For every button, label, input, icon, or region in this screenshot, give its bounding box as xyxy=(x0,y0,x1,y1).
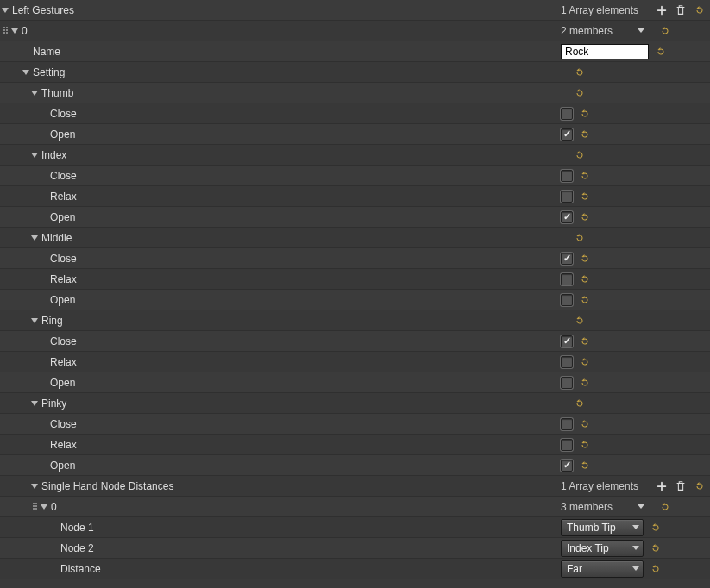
finger-state-checkbox[interactable] xyxy=(561,418,573,430)
revert-value-icon[interactable] xyxy=(578,169,592,183)
expand-caret-icon[interactable] xyxy=(31,91,38,96)
chevron-down-icon xyxy=(632,525,639,529)
finger-state-label: Open xyxy=(50,377,75,389)
node2-dropdown[interactable]: Index Tip xyxy=(561,540,644,557)
finger-state-label: Relax xyxy=(50,439,77,451)
add-element-icon[interactable] xyxy=(655,3,669,17)
drag-handle-icon[interactable] xyxy=(33,503,38,511)
finger-state-checkbox[interactable] xyxy=(561,335,573,347)
revert-value-icon[interactable] xyxy=(578,272,592,286)
finger-state-label: Open xyxy=(50,128,75,141)
drag-handle-icon[interactable] xyxy=(3,27,9,35)
revert-finger-icon[interactable] xyxy=(573,314,587,328)
members-summary: 2 members xyxy=(561,25,613,37)
revert-item0-icon[interactable] xyxy=(658,24,672,38)
array-index-label: 0 xyxy=(22,25,28,37)
finger-state-checkbox[interactable] xyxy=(561,294,573,306)
node1-dropdown[interactable]: Thumb Tip xyxy=(561,519,644,536)
revert-value-icon[interactable] xyxy=(578,459,592,472)
finger-state-checkbox[interactable] xyxy=(561,273,573,285)
revert-distance-dropdown-icon[interactable] xyxy=(649,562,663,576)
expand-caret-icon[interactable] xyxy=(2,8,9,13)
finger-state-label: Close xyxy=(50,418,77,430)
finger-state-label: Close xyxy=(50,108,77,120)
expand-caret-icon[interactable] xyxy=(31,401,38,406)
revert-setting-icon[interactable] xyxy=(573,66,587,79)
expand-caret-icon[interactable] xyxy=(22,70,29,75)
revert-finger-icon[interactable] xyxy=(573,86,587,100)
revert-root-icon[interactable] xyxy=(693,3,707,17)
expand-members-icon[interactable] xyxy=(638,504,644,509)
revert-value-icon[interactable] xyxy=(578,376,592,390)
finger-state-checkbox[interactable] xyxy=(561,460,573,472)
finger-state-checkbox[interactable] xyxy=(561,356,573,368)
revert-finger-icon[interactable] xyxy=(573,231,587,245)
expand-caret-icon[interactable] xyxy=(31,153,38,158)
expand-members-icon[interactable] xyxy=(638,28,644,33)
setting-label: Setting xyxy=(33,66,65,78)
revert-finger-icon[interactable] xyxy=(573,397,587,410)
node2-label: Node 2 xyxy=(60,542,94,554)
finger-state-label: Relax xyxy=(50,273,77,285)
chevron-down-icon xyxy=(632,566,639,571)
revert-node2-dropdown-icon[interactable] xyxy=(649,541,663,555)
finger-state-label: Open xyxy=(50,294,75,306)
array-summary: 1 Array elements xyxy=(561,4,638,16)
revert-distances-icon[interactable] xyxy=(693,479,707,493)
expand-caret-icon[interactable] xyxy=(11,28,18,34)
root-label: Left Gestures xyxy=(12,4,74,16)
finger-state-checkbox[interactable] xyxy=(561,439,573,451)
revert-value-icon[interactable] xyxy=(578,252,592,266)
node2-dropdown-value: Index Tip xyxy=(567,542,609,554)
add-element-icon[interactable] xyxy=(655,479,669,493)
array-summary: 1 Array elements xyxy=(561,480,638,492)
finger-label: Middle xyxy=(41,232,72,244)
finger-state-checkbox[interactable] xyxy=(561,253,573,265)
array-index-label: 0 xyxy=(51,501,57,513)
delete-all-icon[interactable] xyxy=(674,479,688,493)
finger-state-checkbox[interactable] xyxy=(561,377,573,389)
finger-state-checkbox[interactable] xyxy=(561,211,573,223)
revert-finger-icon[interactable] xyxy=(573,148,587,162)
revert-node1-dropdown-icon[interactable] xyxy=(649,521,663,535)
revert-value-icon[interactable] xyxy=(578,190,592,203)
name-label: Name xyxy=(33,46,60,58)
finger-state-label: Relax xyxy=(50,191,77,203)
name-input[interactable] xyxy=(561,44,649,59)
revert-value-icon[interactable] xyxy=(578,107,592,121)
revert-value-icon[interactable] xyxy=(578,417,592,431)
expand-caret-icon[interactable] xyxy=(31,484,38,489)
distance-dropdown-value: Far xyxy=(567,563,582,575)
revert-value-icon[interactable] xyxy=(578,293,592,307)
finger-state-label: Open xyxy=(50,460,75,472)
distance-label: Distance xyxy=(60,563,101,575)
finger-state-checkbox[interactable] xyxy=(561,191,573,203)
revert-value-icon[interactable] xyxy=(578,210,592,224)
finger-state-label: Close xyxy=(50,170,77,182)
distance-dropdown[interactable]: Far xyxy=(561,560,644,578)
expand-caret-icon[interactable] xyxy=(31,318,38,323)
finger-label: Ring xyxy=(41,315,63,327)
distances-label: Single Hand Node Distances xyxy=(41,480,173,492)
node1-dropdown-value: Thumb Tip xyxy=(567,522,616,534)
revert-value-icon[interactable] xyxy=(578,355,592,369)
revert-value-icon[interactable] xyxy=(578,128,592,141)
revert-value-icon[interactable] xyxy=(578,335,592,348)
finger-state-checkbox[interactable] xyxy=(561,108,573,120)
revert-dist-item0-icon[interactable] xyxy=(658,500,672,514)
finger-state-checkbox[interactable] xyxy=(561,170,573,182)
finger-label: Thumb xyxy=(41,87,73,99)
delete-all-icon[interactable] xyxy=(674,3,688,17)
expand-caret-icon[interactable] xyxy=(41,504,47,510)
finger-label: Index xyxy=(41,149,66,161)
finger-label: Pinky xyxy=(41,397,66,410)
finger-state-label: Close xyxy=(50,253,77,265)
node1-label: Node 1 xyxy=(60,522,94,534)
members-summary: 3 members xyxy=(561,501,613,513)
revert-name-icon[interactable] xyxy=(654,45,668,59)
revert-value-icon[interactable] xyxy=(578,438,592,452)
finger-state-label: Relax xyxy=(50,356,77,368)
finger-state-checkbox[interactable] xyxy=(561,128,573,141)
finger-state-label: Open xyxy=(50,211,75,223)
expand-caret-icon[interactable] xyxy=(31,235,38,241)
